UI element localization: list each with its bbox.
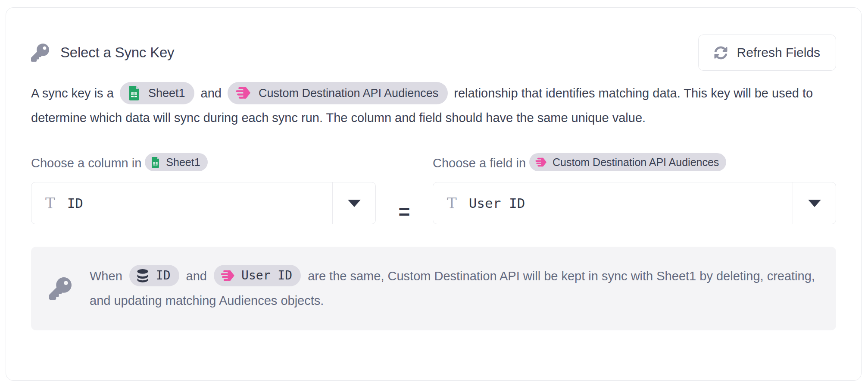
sync-key-description: A sync key is a Sheet1 and Custom Destin… bbox=[31, 81, 836, 130]
column-select-caret-button[interactable] bbox=[332, 182, 375, 224]
column-select[interactable]: T ID bbox=[31, 182, 376, 224]
sync-key-info-text: When ID and User ID are the same, Custom… bbox=[90, 264, 818, 313]
description-conjunction: and bbox=[201, 86, 222, 100]
destination-badge-label: Custom Destination API Audiences bbox=[259, 85, 438, 101]
field-destination-badge-label: Custom Destination API Audiences bbox=[553, 155, 719, 169]
info-conjunction: and bbox=[186, 269, 207, 283]
sync-key-card: Select a Sync Key Refresh Fields A sync … bbox=[6, 7, 862, 381]
google-sheets-icon bbox=[126, 85, 142, 101]
field-selector-label-text: Choose a field in bbox=[433, 156, 526, 170]
info-field-badge-label: User ID bbox=[241, 267, 292, 284]
column-selector-group: Choose a column in Sheet1 T ID bbox=[31, 154, 376, 224]
column-source-badge-label: Sheet1 bbox=[166, 155, 200, 169]
info-column-badge: ID bbox=[129, 265, 179, 286]
sync-key-selectors: Choose a column in Sheet1 T ID bbox=[31, 154, 836, 224]
source-badge-label: Sheet1 bbox=[148, 85, 185, 101]
info-field-badge: User ID bbox=[214, 265, 301, 286]
title-group: Select a Sync Key bbox=[31, 44, 174, 62]
destination-badge: Custom Destination API Audiences bbox=[228, 82, 448, 104]
info-text-1: When bbox=[90, 269, 122, 283]
refresh-fields-label: Refresh Fields bbox=[737, 45, 820, 60]
column-source-badge: Sheet1 bbox=[145, 153, 207, 171]
card-header: Select a Sync Key Refresh Fields bbox=[31, 35, 836, 71]
field-selector-group: Choose a field in Custom Destination API… bbox=[433, 154, 836, 224]
description-text-1: A sync key is a bbox=[31, 86, 114, 100]
custom-destination-icon bbox=[534, 156, 548, 169]
page: Select a Sync Key Refresh Fields A sync … bbox=[0, 0, 868, 389]
field-destination-badge: Custom Destination API Audiences bbox=[529, 153, 726, 171]
column-selector-label-text: Choose a column in bbox=[31, 156, 141, 170]
google-sheets-icon bbox=[150, 157, 161, 168]
text-type-icon: T bbox=[447, 196, 457, 210]
column-selector-label: Choose a column in Sheet1 bbox=[31, 154, 376, 173]
equals-zone: = bbox=[376, 154, 433, 224]
chevron-down-icon bbox=[348, 200, 361, 207]
key-icon bbox=[49, 277, 72, 300]
sync-key-info-box: When ID and User ID are the same, Custom… bbox=[31, 247, 836, 330]
refresh-fields-button[interactable]: Refresh Fields bbox=[698, 35, 836, 71]
equals-sign: = bbox=[399, 191, 410, 233]
chevron-down-icon bbox=[808, 200, 821, 207]
custom-destination-icon bbox=[234, 85, 252, 101]
page-title: Select a Sync Key bbox=[60, 44, 174, 61]
field-select[interactable]: T User ID bbox=[433, 182, 836, 224]
field-select-value: User ID bbox=[469, 195, 525, 211]
database-icon bbox=[135, 268, 150, 283]
refresh-icon bbox=[714, 46, 727, 60]
column-select-value: ID bbox=[67, 195, 83, 211]
info-column-badge-label: ID bbox=[156, 267, 171, 284]
field-select-main[interactable]: T User ID bbox=[433, 182, 793, 224]
custom-destination-icon bbox=[219, 268, 236, 283]
field-selector-label: Choose a field in Custom Destination API… bbox=[433, 154, 836, 173]
field-select-caret-button[interactable] bbox=[793, 182, 836, 224]
key-icon bbox=[31, 44, 49, 62]
column-select-main[interactable]: T ID bbox=[31, 182, 332, 224]
text-type-icon: T bbox=[45, 196, 55, 210]
source-badge: Sheet1 bbox=[120, 82, 195, 104]
